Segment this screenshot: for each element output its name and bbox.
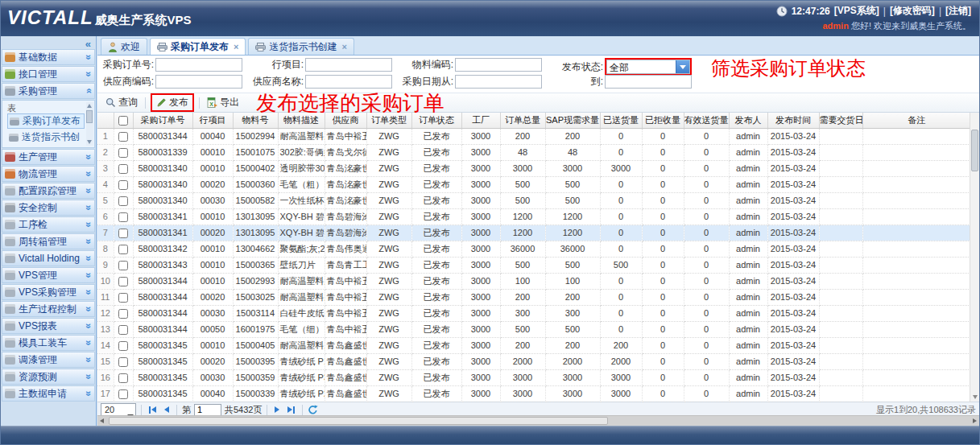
- cell: 青绒砂纸 P32: [278, 369, 325, 385]
- filter-input-row2-2[interactable]: [455, 75, 542, 89]
- sidebar-item-10[interactable]: VPS管理»: [2, 267, 95, 283]
- horizontal-scrollbar[interactable]: [97, 415, 979, 426]
- header-col-2[interactable]: 物料号: [233, 113, 278, 128]
- page-number-input[interactable]: [194, 404, 221, 416]
- filter-input-row1-0[interactable]: [155, 58, 242, 72]
- row-checkbox[interactable]: [118, 293, 128, 303]
- row-checkbox[interactable]: [118, 132, 128, 142]
- sidebar-item-7[interactable]: 工序检»: [2, 216, 95, 233]
- scroll-down-arrow-icon[interactable]: [973, 395, 978, 399]
- header-col-15[interactable]: 需要交货日期: [819, 113, 862, 128]
- header-col-10[interactable]: 已送货量: [600, 113, 642, 128]
- row-checkbox[interactable]: [118, 277, 128, 286]
- header-col-6[interactable]: 订单状态: [411, 113, 461, 128]
- header-col-14[interactable]: 发布时间: [767, 113, 819, 128]
- filter-input-row2-0[interactable]: [155, 75, 242, 89]
- row-checkbox[interactable]: [118, 212, 128, 222]
- query-button[interactable]: 查询: [101, 95, 142, 110]
- sidebar-item-5[interactable]: 配置跟踪管理»: [2, 183, 95, 199]
- header-col-9[interactable]: SAP现需求量: [545, 113, 600, 128]
- horizontal-scrollbar-thumb[interactable]: [109, 417, 608, 425]
- submenu-scrollbar-thumb[interactable]: [86, 110, 93, 123]
- logout-link[interactable]: [注销]: [945, 4, 971, 18]
- select-all-checkbox[interactable]: [118, 116, 128, 126]
- row-checkbox[interactable]: [118, 245, 128, 254]
- last-page-button[interactable]: [285, 406, 297, 414]
- cell: [819, 321, 862, 337]
- row-checkbox[interactable]: [118, 325, 128, 335]
- tab-0[interactable]: 欢迎: [101, 38, 147, 55]
- vertical-scrollbar[interactable]: [970, 113, 979, 402]
- scroll-down-arrow-icon[interactable]: [87, 140, 92, 144]
- sidebar-item-4[interactable]: 物流管理»: [2, 166, 95, 182]
- clock-time: 12:47:26: [792, 6, 830, 17]
- header-col-5[interactable]: 订单类型: [366, 113, 411, 128]
- row-checkbox[interactable]: [118, 309, 128, 319]
- sidebar-item-6[interactable]: 安全控制»: [2, 200, 95, 216]
- refresh-icon[interactable]: [308, 405, 318, 415]
- submenu-item-1[interactable]: 送货指示书创: [7, 130, 85, 145]
- sidebar-item-9[interactable]: Victall Holding»: [2, 250, 95, 266]
- cell: 青岛中裕五金: [325, 305, 366, 321]
- sidebar-item-0[interactable]: 基础数据»: [2, 49, 95, 65]
- sidebar-item-12[interactable]: 生产过程控制»: [2, 301, 95, 317]
- row-checkbox[interactable]: [118, 229, 128, 238]
- row-checkbox[interactable]: [118, 389, 128, 399]
- cell: 3000: [461, 241, 500, 257]
- next-page-button[interactable]: [272, 406, 282, 413]
- cell: 00030: [192, 369, 233, 385]
- sidebar-item-1[interactable]: 接口管理»: [2, 66, 95, 82]
- close-icon[interactable]: ×: [341, 42, 346, 52]
- scroll-right-arrow-icon[interactable]: [973, 418, 977, 423]
- publish-button[interactable]: 发布: [152, 95, 192, 110]
- scroll-left-arrow-icon[interactable]: [100, 418, 104, 423]
- row-checkbox[interactable]: [118, 341, 128, 351]
- sidebar-collapse-icon[interactable]: «: [85, 38, 91, 50]
- row-checkbox[interactable]: [118, 196, 128, 206]
- publish-status-select[interactable]: 全部: [606, 60, 690, 74]
- header-col-4[interactable]: 供应商: [325, 113, 366, 128]
- first-page-button[interactable]: [147, 406, 159, 414]
- row-checkbox[interactable]: [118, 148, 128, 158]
- sidebar-item-11[interactable]: VPS采购管理»: [2, 284, 95, 300]
- header-col-1[interactable]: 行项目: [192, 113, 233, 128]
- export-button[interactable]: X 导出: [203, 95, 243, 110]
- row-checkbox[interactable]: [118, 373, 128, 383]
- sidebar-item-2[interactable]: 采购管理»: [2, 83, 95, 99]
- header-col-3[interactable]: 物料描述: [278, 113, 325, 128]
- prev-page-button[interactable]: [162, 406, 172, 413]
- sidebar-item-13[interactable]: VPS报表»: [2, 318, 95, 334]
- sidebar-item-14[interactable]: 模具工装车»: [2, 335, 95, 351]
- row-checkbox[interactable]: [118, 357, 128, 367]
- header-col-16[interactable]: 备注: [862, 113, 971, 128]
- vps-system-link[interactable]: [VPS系统]: [834, 4, 879, 18]
- sidebar-item-15[interactable]: 调漆管理»: [2, 352, 95, 368]
- header-col-13[interactable]: 发布人: [729, 113, 767, 128]
- header-col-12[interactable]: 有效送货量: [684, 113, 729, 128]
- filter-input-row2-3[interactable]: [605, 75, 692, 89]
- header-col-7[interactable]: 工厂: [461, 113, 500, 128]
- page-size-select[interactable]: 20: [101, 403, 136, 416]
- filter-input-row2-1[interactable]: [305, 75, 392, 89]
- tab-1[interactable]: 采购订单发布×: [150, 38, 246, 55]
- change-password-link[interactable]: [修改密码]: [890, 4, 935, 18]
- filter-input-row1-1[interactable]: [305, 58, 392, 72]
- row-checkbox[interactable]: [118, 261, 128, 270]
- tab-2[interactable]: 送货指示书创建×: [248, 38, 354, 55]
- header-col-11[interactable]: 已拒收量: [642, 113, 684, 128]
- cell: admin: [729, 257, 767, 273]
- sidebar-item-17[interactable]: 主数据申请»: [2, 385, 95, 402]
- close-icon[interactable]: ×: [234, 42, 238, 52]
- row-checkbox[interactable]: [118, 180, 128, 190]
- sidebar-item-16[interactable]: 资源预测»: [2, 369, 95, 385]
- scroll-up-arrow-icon[interactable]: [87, 104, 92, 108]
- header-col-8[interactable]: 订单总量: [500, 113, 545, 128]
- submenu-scrollbar[interactable]: [86, 102, 93, 146]
- submenu-item-0[interactable]: 采购订单发布: [7, 113, 85, 129]
- filter-input-row1-2[interactable]: [455, 58, 542, 72]
- vertical-scrollbar-thumb[interactable]: [971, 130, 978, 171]
- sidebar-item-3[interactable]: 生产管理»: [2, 149, 95, 165]
- row-checkbox[interactable]: [118, 164, 128, 174]
- sidebar-item-8[interactable]: 周转箱管理»: [2, 233, 95, 249]
- header-col-0[interactable]: 采购订单号: [133, 113, 192, 128]
